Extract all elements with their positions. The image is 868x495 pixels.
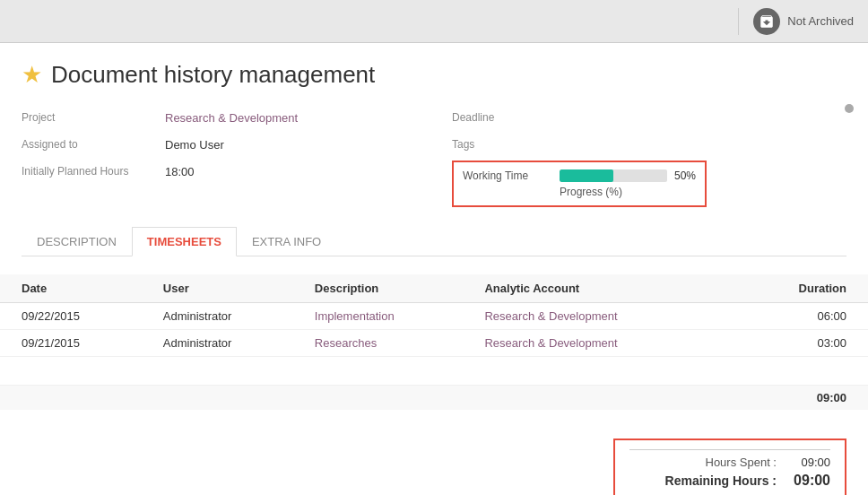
- field-tags: Tags: [452, 134, 846, 155]
- hours-spent-row: Hours Spent : 09:00: [629, 456, 830, 469]
- fields-right: Deadline Tags Working Time 50%: [452, 107, 846, 213]
- field-project: Project Research & Development: [22, 107, 452, 128]
- tab-timesheets[interactable]: TIMESHEETS: [132, 227, 237, 256]
- deadline-label: Deadline: [452, 111, 595, 124]
- archive-section[interactable]: Not Archived: [738, 8, 854, 35]
- fields-row: Project Research & Development Assigned …: [22, 107, 846, 213]
- assigned-label: Assigned to: [22, 138, 165, 151]
- row1-analytic[interactable]: Research & Development: [473, 303, 733, 330]
- footer-spacer: [0, 386, 733, 411]
- table-row: 09/21/2015 Administrator Researches Rese…: [0, 330, 868, 357]
- row2-description[interactable]: Researches: [304, 330, 474, 357]
- table-total: 09:00: [733, 386, 868, 411]
- col-user: User: [152, 274, 304, 303]
- progress-bar-fill: [560, 169, 613, 182]
- hours-spent-label: Hours Spent :: [629, 456, 777, 469]
- table-row: 09/22/2015 Administrator Implementation …: [0, 303, 868, 330]
- row2-duration: 03:00: [733, 330, 868, 357]
- page-title: Document history management: [51, 61, 375, 89]
- row1-duration: 06:00: [733, 303, 868, 330]
- archive-icon: [753, 8, 780, 35]
- archive-svg-icon: [759, 13, 775, 30]
- row2-analytic[interactable]: Research & Development: [473, 330, 733, 357]
- row2-user: Administrator: [152, 330, 304, 357]
- main-content: ★ Document history management Project Re…: [0, 43, 868, 274]
- field-assigned: Assigned to Demo User: [22, 134, 452, 155]
- progress-label: Progress (%): [560, 186, 622, 198]
- remaining-value: 09:00: [777, 473, 830, 489]
- planned-value: 18:00: [165, 165, 195, 178]
- remaining-hours-row: Remaining Hours : 09:00: [629, 473, 830, 489]
- field-deadline: Deadline: [452, 107, 846, 128]
- fields-left: Project Research & Development Assigned …: [22, 107, 452, 213]
- archive-label: Not Archived: [787, 14, 854, 28]
- row1-user: Administrator: [152, 303, 304, 330]
- table-empty-row: [0, 357, 868, 386]
- timesheets-table: Date User Description Analytic Account D…: [0, 274, 868, 410]
- table-section: Date User Description Analytic Account D…: [0, 274, 868, 410]
- project-label: Project: [22, 111, 165, 124]
- row1-description[interactable]: Implementation: [304, 303, 474, 330]
- bottom-area: Hours Spent : 09:00 Remaining Hours : 09…: [0, 410, 868, 495]
- progress-percent: 50%: [674, 169, 696, 182]
- remaining-label: Remaining Hours :: [629, 473, 777, 488]
- table-header-row: Date User Description Analytic Account D…: [0, 274, 868, 303]
- star-icon[interactable]: ★: [22, 61, 42, 89]
- summary-box: Hours Spent : 09:00 Remaining Hours : 09…: [613, 439, 846, 495]
- project-value[interactable]: Research & Development: [165, 111, 298, 125]
- col-date: Date: [0, 274, 152, 303]
- field-working-time: Working Time 50% Progress (%): [452, 161, 846, 207]
- progress-label-row: Progress (%): [463, 186, 696, 198]
- summary-divider: [629, 449, 830, 450]
- wt-progress-row: Working Time 50%: [463, 169, 696, 182]
- status-dot: [845, 104, 854, 113]
- hours-spent-value: 09:00: [777, 456, 830, 469]
- planned-label: Initially Planned Hours: [22, 165, 165, 178]
- tab-extra-info[interactable]: EXTRA INFO: [237, 227, 336, 256]
- row1-date: 09/22/2015: [0, 303, 152, 330]
- field-planned: Initially Planned Hours 18:00: [22, 161, 452, 182]
- top-bar: Not Archived: [0, 0, 868, 43]
- col-description: Description: [304, 274, 474, 303]
- assigned-value: Demo User: [165, 138, 224, 152]
- table-footer-row: 09:00: [0, 386, 868, 411]
- working-time-label: Working Time: [463, 169, 552, 182]
- tags-label: Tags: [452, 138, 595, 151]
- col-duration: Duration: [733, 274, 868, 303]
- row2-date: 09/21/2015: [0, 330, 152, 357]
- title-row: ★ Document history management: [22, 61, 846, 89]
- tab-description[interactable]: DESCRIPTION: [22, 227, 132, 256]
- working-time-box: Working Time 50% Progress (%): [452, 161, 707, 207]
- col-analytic: Analytic Account: [473, 274, 733, 303]
- progress-bar-container: [560, 169, 667, 182]
- tabs-row: DESCRIPTION TIMESHEETS EXTRA INFO: [22, 227, 846, 256]
